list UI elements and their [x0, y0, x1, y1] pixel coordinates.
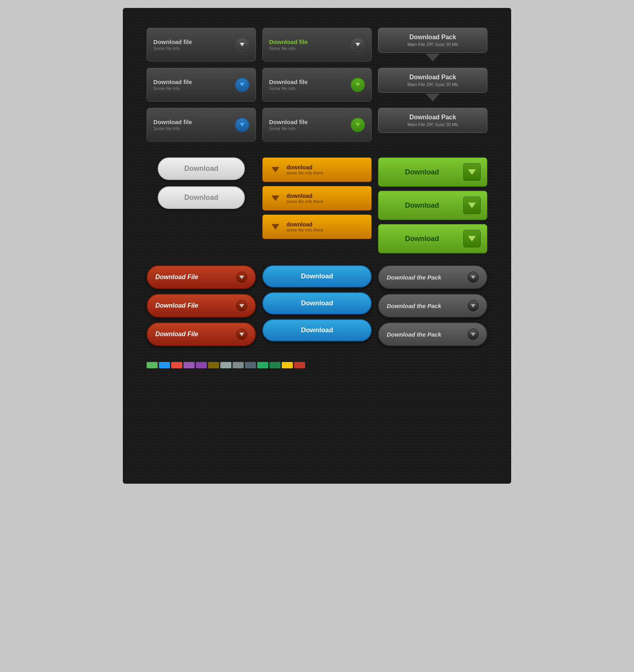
- gray-icon-3: [468, 329, 479, 340]
- green-btn-2[interactable]: Download: [378, 191, 487, 220]
- yellow-info-1: some file info there: [286, 170, 323, 175]
- yellow-btn-3[interactable]: download some file info there: [262, 214, 372, 239]
- col-gray-pills: Download the Pack Download the Pack Down…: [378, 265, 487, 346]
- download-btn-6[interactable]: Download file Some file info: [262, 108, 372, 142]
- color-swatches: [147, 362, 487, 368]
- red-label-2: Download File: [155, 302, 198, 309]
- pack-info-3: Main File ZIP, Syze 20 Mb: [386, 122, 480, 127]
- yellow-btn-2[interactable]: download some file info there: [262, 186, 372, 211]
- gray-icon-1: [468, 272, 479, 283]
- gray-pill-btn-2[interactable]: Download the Pack: [378, 294, 487, 318]
- color-swatch: [208, 362, 219, 368]
- download-pack-btn-2[interactable]: Download Pack Main File ZIP, Syze 20 Mb: [378, 68, 487, 93]
- section-middle-buttons: Download Download download some file inf…: [147, 157, 487, 253]
- download-btn-3[interactable]: Download file Some file info: [147, 68, 256, 101]
- col-blue-pills: Download Download Download: [262, 265, 372, 346]
- pack-wrapper-3: Download Pack Main File ZIP, Syze 20 Mb: [378, 108, 487, 133]
- red-pill-btn-1[interactable]: Download File: [147, 265, 256, 289]
- green-btn-1[interactable]: Download: [378, 157, 487, 187]
- red-icon-3: [236, 329, 247, 340]
- gray-arrow-3: [471, 333, 476, 336]
- yellow-btn-1[interactable]: download some file info there: [262, 157, 372, 182]
- col-white-pills: Download Download: [147, 157, 256, 209]
- white-pill-btn-2[interactable]: Download: [158, 186, 245, 209]
- red-arrow-3: [239, 333, 244, 336]
- download-icon-5: [235, 118, 249, 132]
- btn-title-4: Download file: [269, 78, 308, 85]
- gray-pill-btn-1[interactable]: Download the Pack: [378, 265, 487, 289]
- btn-title-2: Download file: [269, 38, 308, 45]
- yellow-title-1: download: [286, 164, 323, 170]
- arrow-icon-4: [355, 83, 360, 86]
- red-arrow-2: [239, 304, 244, 308]
- red-pill-btn-3[interactable]: Download File: [147, 322, 256, 346]
- yellow-text-1: download some file info there: [286, 164, 323, 175]
- btn-text-2: Download file Some file info: [269, 38, 308, 51]
- red-icon-1: [236, 272, 247, 283]
- color-swatch: [245, 362, 256, 368]
- green-icon-box-1: [463, 163, 481, 181]
- btn-text-3: Download file Some file info: [153, 78, 192, 91]
- col-green-btns: Download Download Download: [378, 157, 487, 253]
- btn-info-2: Some file info: [269, 46, 308, 51]
- green-arrow-icon-3: [468, 236, 476, 241]
- green-label-2: Download: [385, 201, 459, 210]
- color-swatch: [196, 362, 207, 368]
- chevron-icon-2: [271, 195, 279, 201]
- white-pill-btn-1[interactable]: Download: [158, 157, 245, 180]
- yellow-info-3: some file info there: [286, 228, 323, 232]
- chevron-icon-3: [271, 224, 279, 230]
- download-icon-4: [351, 78, 365, 92]
- arrow-icon-1: [240, 43, 244, 46]
- btn-info-4: Some file info: [269, 86, 308, 91]
- blue-pill-btn-1[interactable]: Download: [262, 265, 372, 287]
- green-btn-3[interactable]: Download: [378, 224, 487, 253]
- download-pack-btn-1[interactable]: Download Pack Main File ZIP, Syze 20 Mb: [378, 28, 487, 53]
- color-swatch: [147, 362, 158, 368]
- arrow-icon-3: [240, 83, 244, 86]
- yellow-icon-1: [269, 163, 282, 176]
- pack-title-2: Download Pack: [386, 74, 480, 81]
- red-label-1: Download File: [155, 274, 198, 281]
- yellow-title-3: download: [286, 221, 323, 228]
- red-pill-btn-2[interactable]: Download File: [147, 294, 256, 318]
- btn-text-6: Download file Some file info: [269, 119, 308, 131]
- download-pack-btn-3[interactable]: Download Pack Main File ZIP, Syze 20 Mb: [378, 108, 487, 133]
- btn-title-1: Download file: [153, 38, 192, 45]
- color-swatch: [159, 362, 170, 368]
- gray-label-3: Download the Pack: [387, 331, 441, 338]
- btn-info-1: Some file info: [153, 46, 192, 51]
- download-icon-3: [235, 78, 249, 92]
- gray-pill-btn-3[interactable]: Download the Pack: [378, 322, 487, 346]
- pack-wrapper-1: Download Pack Main File ZIP, Syze 20 Mb: [378, 28, 487, 53]
- btn-info-6: Some file info: [269, 126, 308, 131]
- green-label-1: Download: [385, 168, 459, 176]
- gray-icon-2: [468, 300, 479, 311]
- green-icon-box-2: [463, 197, 481, 214]
- section-top-buttons: Download file Some file info Download fi…: [147, 28, 487, 142]
- section-bottom-buttons: Download File Download File Download Fil…: [147, 265, 487, 346]
- download-btn-2[interactable]: Download file Some file info: [262, 28, 372, 61]
- yellow-text-3: download some file info there: [286, 221, 323, 232]
- color-swatch: [257, 362, 268, 368]
- pack-wrapper-2: Download Pack Main File ZIP, Syze 20 Mb: [378, 68, 487, 93]
- arrow-icon-5: [240, 123, 244, 126]
- arrow-icon-6: [355, 123, 360, 126]
- btn-text-4: Download file Some file info: [269, 78, 308, 91]
- yellow-title-2: download: [286, 193, 323, 199]
- red-icon-2: [236, 300, 247, 311]
- pack-title-1: Download Pack: [386, 34, 480, 41]
- download-btn-5[interactable]: Download file Some file info: [147, 108, 256, 142]
- download-btn-4[interactable]: Download file Some file info: [262, 68, 372, 101]
- color-swatch: [183, 362, 195, 368]
- green-arrow-icon-1: [468, 169, 476, 175]
- download-icon-2: [351, 38, 365, 52]
- btn-text-1: Download file Some file info: [153, 38, 192, 51]
- gray-arrow-1: [471, 276, 476, 279]
- download-btn-1[interactable]: Download file Some file info: [147, 28, 256, 61]
- yellow-icon-3: [269, 220, 282, 233]
- blue-pill-btn-3[interactable]: Download: [262, 319, 372, 341]
- blue-pill-btn-2[interactable]: Download: [262, 292, 372, 314]
- btn-text-5: Download file Some file info: [153, 119, 192, 131]
- btn-title-6: Download file: [269, 119, 308, 125]
